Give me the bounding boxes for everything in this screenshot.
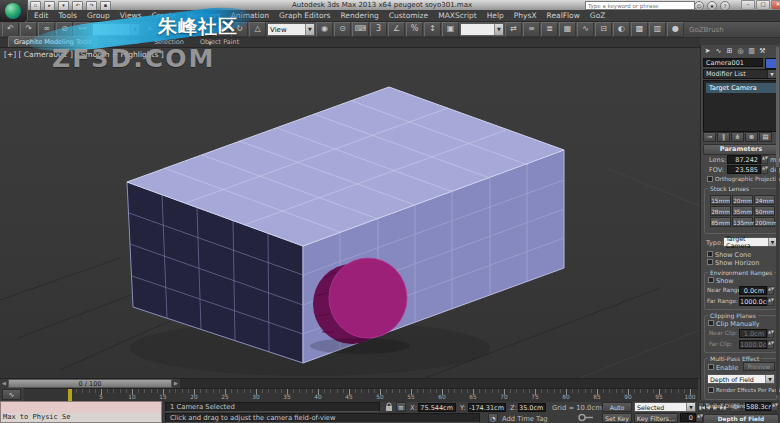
rendered-frame-icon[interactable]: ▥: [649, 22, 666, 37]
floating-toolbar-title[interactable]: Max to Physic Se: [1, 413, 161, 422]
menu-item[interactable]: Edit: [34, 11, 49, 20]
far-clip-field[interactable]: 1000.0cm: [739, 340, 767, 349]
minimize-button[interactable]: –: [741, 0, 755, 10]
menu-item[interactable]: Graph Editors: [279, 11, 331, 20]
mini-curve-editor-button[interactable]: ∿: [2, 389, 21, 400]
far-clip-spinner[interactable]: ▲▼: [767, 340, 774, 349]
render-per-pass-checkbox[interactable]: [708, 387, 714, 393]
near-range-field[interactable]: 0.0cm: [739, 286, 767, 295]
maximize-button[interactable]: ▢: [756, 0, 770, 10]
stock-lens-button[interactable]: 28mm: [710, 206, 731, 216]
curve-editor-icon[interactable]: ∿: [577, 22, 594, 37]
percent-snap-icon[interactable]: %: [406, 22, 423, 37]
lens-field[interactable]: 87.242: [727, 155, 761, 164]
target-distance-field[interactable]: 588.3cm: [745, 402, 771, 411]
render-setup-icon[interactable]: ▩: [631, 22, 648, 37]
material-editor-icon[interactable]: ◐: [613, 22, 630, 37]
current-frame-marker[interactable]: [68, 389, 72, 401]
parameters-rollout[interactable]: Parameters: [703, 144, 779, 155]
mirror-icon[interactable]: ⇄: [505, 22, 522, 37]
modifier-list-dropdown[interactable]: Modifier List▼: [703, 69, 777, 79]
show-end-result-icon[interactable]: ‖: [717, 132, 730, 142]
add-time-tag[interactable]: Add Time Tag: [502, 415, 548, 423]
near-clip-spinner[interactable]: ▲▼: [767, 329, 774, 338]
goz-brush-button[interactable]: GoZBrush: [689, 26, 724, 34]
absolute-mode-icon[interactable]: ⊞: [396, 402, 406, 412]
stock-lens-button[interactable]: 20mm: [732, 195, 753, 205]
set-key-button[interactable]: Set Key: [602, 413, 632, 423]
multi-pass-effect-dropdown[interactable]: Depth of Field▼: [707, 374, 775, 384]
hierarchy-tab-icon[interactable]: ⊞: [725, 47, 734, 56]
fov-field[interactable]: 23.585: [727, 165, 761, 174]
reference-coordinate-dropdown[interactable]: View▼: [267, 23, 315, 36]
stock-lens-button[interactable]: 35mm: [732, 206, 753, 216]
preview-button[interactable]: Preview: [743, 362, 775, 371]
schematic-view-icon[interactable]: ⊟: [595, 22, 612, 37]
time-slider-track[interactable]: ◀ 0 / 100 ▶: [0, 379, 698, 388]
target-distance-spinner[interactable]: ▲▼: [771, 402, 778, 411]
configure-modifier-sets-icon[interactable]: ▤: [759, 132, 772, 142]
near-range-spinner[interactable]: ▲▼: [767, 286, 774, 295]
y-coordinate-field[interactable]: -174.31cm: [468, 403, 506, 412]
menu-item[interactable]: Tools: [59, 11, 77, 20]
show-horizon-checkbox[interactable]: [707, 259, 713, 265]
menu-item[interactable]: Group: [87, 11, 110, 20]
menu-item[interactable]: MAXScript: [438, 11, 477, 20]
select-and-manipulate-icon[interactable]: ⊙: [334, 22, 351, 37]
time-tag-icon[interactable]: ◔: [488, 413, 498, 423]
fov-spinner[interactable]: ▲▼: [761, 165, 768, 174]
pin-stack-icon[interactable]: ⊸: [703, 132, 716, 142]
edit-named-sets-icon[interactable]: ▣: [442, 22, 459, 37]
undo-icon[interactable]: ↶: [2, 22, 19, 37]
stock-lens-button[interactable]: 24mm: [754, 195, 775, 205]
menu-item[interactable]: RealFlow: [547, 11, 580, 20]
slider-left-arrow-icon[interactable]: ◀: [0, 379, 8, 388]
utilities-tab-icon[interactable]: ⚒: [758, 47, 767, 56]
stack-item-target-camera[interactable]: Target Camera: [706, 83, 776, 93]
object-name-field[interactable]: Camera001: [703, 58, 763, 67]
current-frame-field[interactable]: 0: [680, 413, 696, 422]
align-icon[interactable]: ≡: [523, 22, 540, 37]
remove-modifier-icon[interactable]: ⊗: [745, 132, 758, 142]
named-selection-sets-dropdown[interactable]: ▼: [460, 23, 504, 36]
layer-manager-icon[interactable]: ≣: [541, 22, 558, 37]
close-button[interactable]: ✕: [771, 0, 780, 10]
camera-viewport[interactable]: [+] [ Camera001 ] [ Smooth + Highlights …: [0, 48, 700, 378]
display-tab-icon[interactable]: ▥: [747, 47, 756, 56]
env-show-checkbox[interactable]: [708, 277, 714, 283]
set-keys-key-icon[interactable]: [578, 413, 594, 422]
menu-item[interactable]: GoZ: [590, 11, 606, 20]
snap-toggle-icon[interactable]: 3: [370, 22, 387, 37]
menu-item[interactable]: Rendering: [340, 11, 378, 20]
modify-tab-icon[interactable]: ∿: [714, 47, 723, 56]
far-range-spinner[interactable]: ▲▼: [767, 297, 774, 306]
panel-scrollbar[interactable]: [776, 47, 779, 395]
auto-key-button[interactable]: Auto Key: [602, 402, 632, 412]
show-cone-checkbox[interactable]: [707, 251, 713, 257]
ribbon-toggle-icon[interactable]: ▦: [559, 22, 576, 37]
use-pivot-center-icon[interactable]: ◉: [316, 22, 333, 37]
near-clip-field[interactable]: 1.0cm: [739, 329, 767, 338]
orthographic-checkbox[interactable]: [707, 176, 713, 182]
create-tab-icon[interactable]: ➤: [703, 47, 712, 56]
dof-parameters-rollout[interactable]: Depth of Field Parameters: [703, 414, 779, 423]
time-slider-handle[interactable]: 0 / 100: [8, 379, 172, 388]
menu-item[interactable]: Customize: [389, 11, 428, 20]
frame-spinner[interactable]: ▲▼: [696, 413, 703, 422]
go-to-start-icon[interactable]: ▮◀: [698, 402, 704, 412]
floating-toolbar[interactable]: Max to Physic Se: [0, 401, 162, 423]
menu-item[interactable]: PhysX: [514, 11, 537, 20]
stock-lens-button[interactable]: 200mm: [754, 217, 775, 227]
motion-tab-icon[interactable]: ◎: [736, 47, 745, 56]
x-coordinate-field[interactable]: 75.544cm: [418, 403, 456, 412]
clip-manually-checkbox[interactable]: [708, 320, 714, 326]
cylinder-face[interactable]: [329, 258, 407, 338]
search-input[interactable]: [585, 1, 695, 10]
lens-spinner[interactable]: ▲▼: [761, 155, 768, 164]
keyboard-override-icon[interactable]: ⌨: [352, 22, 369, 37]
spinner-snap-icon[interactable]: ↕: [424, 22, 441, 37]
slider-right-arrow-icon[interactable]: ▶: [172, 379, 180, 388]
selected-dropdown[interactable]: Selected▼: [634, 402, 696, 412]
stock-lens-button[interactable]: 15mm: [710, 195, 731, 205]
make-unique-icon[interactable]: ⋔: [731, 132, 744, 142]
